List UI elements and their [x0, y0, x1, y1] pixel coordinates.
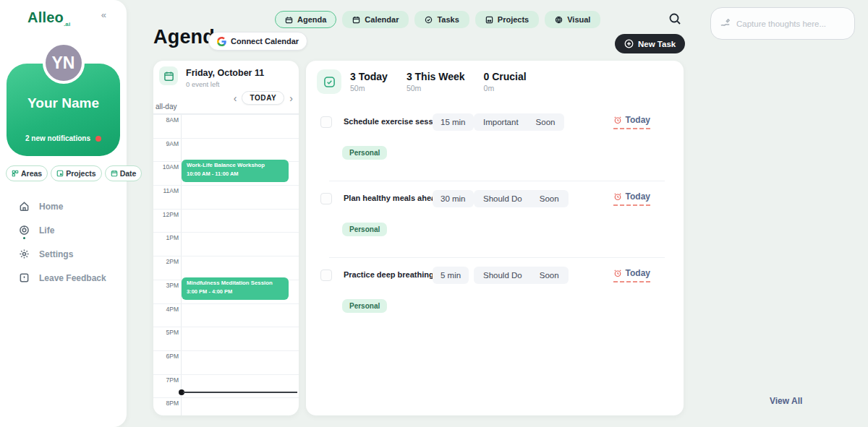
task-tag[interactable]: Personal: [342, 146, 387, 160]
projects-tab-icon: [485, 16, 493, 24]
task-tag[interactable]: Personal: [342, 223, 387, 236]
profile-name: Your Name: [7, 95, 120, 111]
calendar-nav: ‹ TODAY ›: [232, 91, 294, 105]
feedback-icon: [19, 272, 30, 283]
task-priority-pill[interactable]: Should Do Soon: [474, 190, 569, 207]
connect-calendar-button[interactable]: Connect Calendar: [208, 32, 307, 51]
task-duration-pill[interactable]: 5 min: [433, 267, 469, 284]
task-row: Schedule exercise session 15 min Importa…: [320, 116, 669, 192]
task-priority-pill[interactable]: Important Soon: [474, 113, 564, 131]
search-icon: [668, 12, 681, 25]
hour-row[interactable]: 2PM: [153, 256, 299, 280]
task-duration-pill[interactable]: 30 min: [433, 190, 474, 207]
sidebar-item-settings[interactable]: Settings: [0, 242, 127, 266]
calendar-icon: [111, 170, 118, 177]
projects-button[interactable]: Projects: [51, 165, 101, 181]
hour-row[interactable]: 9AM: [153, 138, 299, 162]
calendar-header-icon-box: [159, 66, 178, 85]
sidebar-menu: Home Life Settings Leave Feedback: [0, 194, 127, 290]
new-task-button[interactable]: New Task: [615, 34, 685, 53]
task-due-badge[interactable]: Today: [613, 268, 650, 282]
hour-row[interactable]: 5PM: [153, 327, 299, 350]
capture-thoughts-input[interactable]: [736, 20, 846, 28]
task-row: Plan healthy meals ahead 30 min Should D…: [320, 192, 669, 269]
task-title[interactable]: Plan healthy meals ahead: [344, 194, 441, 202]
task-duration-pill[interactable]: 15 min: [433, 113, 474, 131]
date-button[interactable]: Date: [105, 165, 142, 181]
gear-icon: [19, 249, 30, 259]
task-row: Practice deep breathing 5 min Should Do …: [320, 269, 669, 345]
tasks-header-icon-box: [317, 69, 341, 94]
tab-projects[interactable]: Projects: [475, 11, 539, 28]
sidebar-collapse-icon[interactable]: «: [101, 9, 106, 20]
view-all-link[interactable]: View All: [770, 396, 802, 406]
areas-icon: [12, 170, 19, 177]
sidebar-filters: Areas Projects Date: [6, 165, 121, 181]
hour-row[interactable]: 4PM: [153, 303, 299, 327]
hour-row[interactable]: 8PM: [153, 397, 299, 415]
areas-button[interactable]: Areas: [6, 165, 48, 181]
next-day-button[interactable]: ›: [288, 93, 294, 103]
agenda-tab-icon: [285, 16, 293, 24]
stat-this-week: 3 This Week 50m: [407, 71, 465, 92]
hour-row[interactable]: 1PM: [153, 232, 299, 256]
sidebar-item-life[interactable]: Life: [0, 218, 127, 242]
agenda-calendar-card: Friday, October 11 0 event left ‹ TODAY …: [153, 61, 299, 415]
today-button[interactable]: TODAY: [242, 91, 284, 105]
hour-row[interactable]: 8AM: [153, 114, 299, 138]
alarm-clock-icon: [613, 116, 622, 124]
tasks-card: 3 Today 50m 3 This Week 50m 0 Crucial 0m…: [306, 61, 684, 415]
day-time-grid: all-day 8AM 9AM 10AM 11AM 12PM 1PM 2PM 3…: [153, 101, 299, 415]
tasks-tab-icon: [425, 16, 433, 24]
task-priority-pill[interactable]: Should Do Soon: [474, 267, 569, 284]
calendar-icon: [163, 71, 174, 82]
hour-row[interactable]: 6PM: [153, 350, 299, 374]
task-due-badge[interactable]: Today: [613, 115, 650, 129]
task-due-badge[interactable]: Today: [613, 191, 650, 206]
google-icon: [217, 37, 226, 46]
check-square-icon: [323, 76, 336, 88]
sidebar-item-leave-feedback[interactable]: Leave Feedback: [0, 266, 127, 290]
tab-tasks[interactable]: Tasks: [414, 11, 469, 28]
events-left-label: 0 event left: [186, 80, 219, 88]
capture-thoughts-box: [710, 7, 855, 40]
prev-day-button[interactable]: ‹: [232, 93, 239, 103]
projects-icon: [56, 170, 64, 177]
task-list: Schedule exercise session 15 min Importa…: [320, 116, 669, 345]
avatar[interactable]: YN: [43, 42, 85, 84]
alarm-clock-icon: [613, 192, 622, 201]
calendar-header: Friday, October 11 0 event left: [158, 66, 293, 91]
calendar-tab-icon: [352, 16, 360, 24]
calendar-event[interactable]: Mindfulness Meditation Session 3:00 PM -…: [182, 277, 289, 300]
hour-row[interactable]: 12PM: [153, 209, 299, 233]
task-checkbox[interactable]: [320, 269, 332, 281]
calendar-event[interactable]: Work-Life Balance Workshop 10:00 AM - 11…: [182, 160, 289, 182]
current-time-line: [183, 392, 297, 393]
tab-calendar[interactable]: Calendar: [342, 11, 409, 28]
tab-agenda[interactable]: Agenda: [275, 11, 336, 28]
task-tag[interactable]: Personal: [342, 299, 387, 313]
task-checkbox[interactable]: [320, 193, 332, 204]
task-checkbox[interactable]: [320, 116, 332, 128]
stat-crucial: 0 Crucial 0m: [484, 71, 527, 92]
current-time-indicator[interactable]: [179, 389, 297, 395]
task-title[interactable]: Schedule exercise session: [344, 117, 445, 126]
tab-visual[interactable]: Visual: [545, 11, 600, 28]
search-button[interactable]: [668, 12, 683, 27]
scribble-pen-icon: [720, 18, 731, 29]
task-divider: [329, 181, 665, 181]
notifications-label[interactable]: 2 new notifications: [7, 134, 120, 142]
profile-card[interactable]: YN Your Name 2 new notifications: [7, 64, 120, 156]
main-tabs: Agenda Calendar Tasks Projects Visual: [275, 11, 600, 28]
life-target-icon: [19, 225, 30, 236]
hour-row[interactable]: 11AM: [153, 185, 299, 209]
app-logo: Alleo.ai: [27, 9, 70, 27]
logo-row: Alleo.ai «: [0, 0, 127, 30]
sidebar: Alleo.ai « YN Your Name 2 new notificati…: [0, 0, 127, 427]
tasks-header: 3 Today 50m 3 This Week 50m 0 Crucial 0m: [317, 69, 545, 94]
notification-dot-icon: [95, 136, 101, 142]
task-title[interactable]: Practice deep breathing: [344, 270, 434, 279]
sidebar-item-home[interactable]: Home: [0, 194, 127, 218]
stat-today: 3 Today 50m: [350, 71, 388, 92]
visual-tab-icon: [555, 16, 563, 24]
